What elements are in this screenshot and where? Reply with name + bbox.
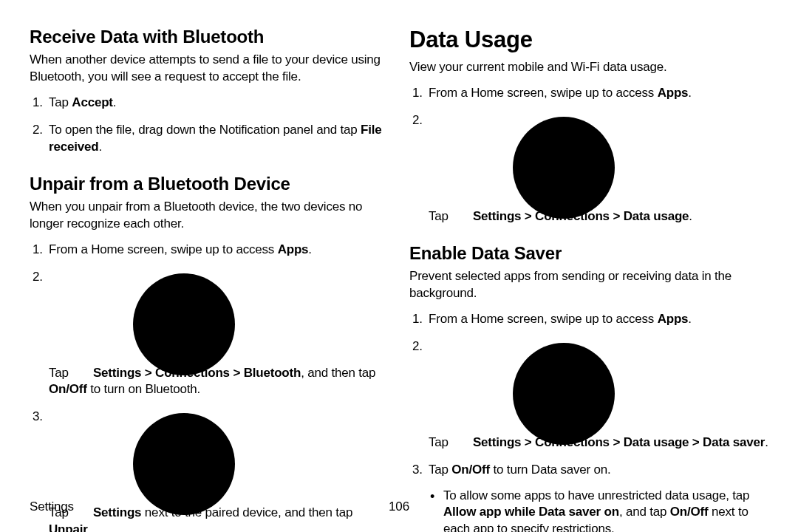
step-text: to turn Data saver on. <box>490 463 611 477</box>
bold-text: Settings > Connections > Bluetooth <box>93 366 301 380</box>
bold-text: Unpair <box>49 522 88 532</box>
step-text: . <box>308 242 312 256</box>
bold-text: Apps <box>278 242 309 256</box>
bold-text: On/Off <box>451 463 490 477</box>
bold-text: Apps <box>658 312 689 326</box>
step-text: . <box>688 86 692 100</box>
unpair-steps: From a Home screen, swipe up to access A… <box>30 242 389 532</box>
list-item: Tap On/Off to turn Data saver on. To all… <box>409 462 768 532</box>
footer-page-number: 106 <box>389 499 409 514</box>
bold-text: Accept <box>72 95 113 109</box>
step-text: From a Home screen, swipe up to access <box>429 86 658 100</box>
heading-data-usage: Data Usage <box>409 27 768 53</box>
bold-text: Apps <box>658 86 689 100</box>
step-text: From a Home screen, swipe up to access <box>429 312 658 326</box>
heading-data-saver: Enable Data Saver <box>409 243 768 264</box>
list-item: From a Home screen, swipe up to access A… <box>409 311 768 328</box>
heading-receive-data: Receive Data with Bluetooth <box>30 27 389 47</box>
right-column: Data Usage View your current mobile and … <box>409 27 768 532</box>
data-usage-steps: From a Home screen, swipe up to access A… <box>409 85 768 225</box>
list-item: Tap Settings > Connections > Data usage. <box>409 112 768 225</box>
data-saver-intro: Prevent selected apps from sending or re… <box>409 268 768 302</box>
step-text: Tap <box>49 95 72 109</box>
step-text: . <box>688 312 692 326</box>
receive-intro: When another device attempts to send a f… <box>30 52 389 86</box>
list-item: Tap Settings > Connections > Bluetooth, … <box>30 269 389 399</box>
bold-text: Settings > Connections > Data usage > Da… <box>473 435 765 449</box>
page-footer: Settings 106 <box>30 499 768 514</box>
data-usage-intro: View your current mobile and Wi-Fi data … <box>409 59 768 76</box>
list-item: To open the file, drag down the Notifica… <box>30 122 389 156</box>
step-text: . <box>88 522 92 532</box>
footer-section: Settings <box>30 499 74 514</box>
settings-gear-icon <box>453 338 468 353</box>
settings-gear-icon <box>453 112 468 127</box>
step-text: . <box>98 140 102 154</box>
step-text: . <box>765 435 768 449</box>
step-text: To open the file, drag down the Notifica… <box>49 123 361 137</box>
step-text: From a Home screen, swipe up to access <box>49 242 278 256</box>
step-text: Tap <box>49 366 72 380</box>
heading-unpair: Unpair from a Bluetooth Device <box>30 174 389 194</box>
settings-gear-icon <box>73 269 88 284</box>
left-column: Receive Data with Bluetooth When another… <box>30 27 389 532</box>
step-text: Tap <box>429 209 451 223</box>
list-item: From a Home screen, swipe up to access A… <box>30 242 389 259</box>
bold-text: Settings > Connections > Data usage <box>473 209 689 223</box>
settings-gear-outline-icon <box>73 409 88 423</box>
list-item: Tap Accept. <box>30 95 389 112</box>
bold-text: On/Off <box>49 382 87 396</box>
step-text: . <box>689 209 692 223</box>
step-text: to turn on Bluetooth. <box>87 382 200 396</box>
step-text: . <box>113 95 117 109</box>
receive-steps: Tap Accept. To open the file, drag down … <box>30 95 389 156</box>
list-item: Tap Settings > Connections > Data usage … <box>409 338 768 451</box>
step-text: Tap <box>429 463 451 477</box>
step-text: , and then tap <box>301 366 375 380</box>
list-item: From a Home screen, swipe up to access A… <box>409 85 768 102</box>
step-text: Tap <box>429 435 451 449</box>
unpair-intro: When you unpair from a Bluetooth device,… <box>30 199 389 233</box>
